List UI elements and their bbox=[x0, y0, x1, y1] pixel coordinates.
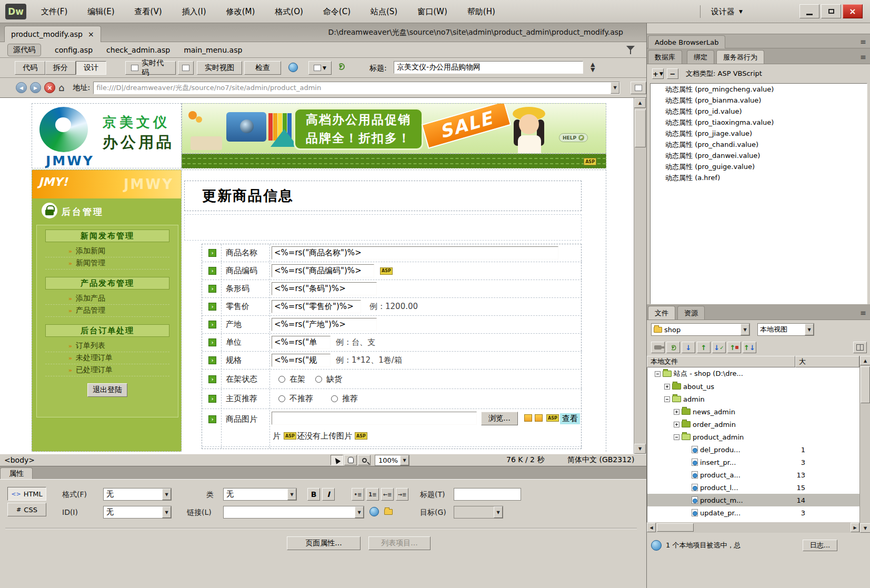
split-view-button[interactable]: 拆分 bbox=[45, 61, 76, 75]
menu-insert[interactable]: 插入(I) bbox=[179, 5, 209, 18]
expand-panel-icon[interactable] bbox=[853, 342, 867, 353]
id-select[interactable]: 无▼ bbox=[103, 506, 172, 519]
add-behavior-button[interactable]: +▼ bbox=[652, 68, 664, 79]
tree-site-root[interactable]: 站点 - shop (D:\dre... bbox=[647, 367, 859, 380]
point-to-file-icon[interactable] bbox=[369, 507, 379, 516]
expand-icon[interactable] bbox=[674, 422, 679, 427]
sidebar-link-add-news[interactable]: »添加新闻 bbox=[45, 245, 169, 257]
check-in-icon[interactable]: ↑ bbox=[727, 342, 741, 353]
tree-folder-about-us[interactable]: about_us bbox=[647, 380, 859, 393]
collapse-icon[interactable] bbox=[664, 396, 670, 402]
related-check-admin[interactable]: check_admin.asp bbox=[106, 46, 170, 54]
back-button[interactable]: ◀ bbox=[16, 82, 27, 93]
view-select[interactable]: 本地视图 ▼ bbox=[757, 323, 814, 336]
stop-button[interactable]: × bbox=[44, 82, 55, 93]
tree-file-product-modify-selected[interactable]: product_m... 14 bbox=[647, 494, 859, 506]
asp-marker-icon[interactable]: ASP bbox=[355, 432, 367, 440]
logout-button[interactable]: 退出登陆 bbox=[87, 383, 127, 397]
close-button[interactable]: × bbox=[843, 4, 863, 18]
chevron-down-icon[interactable]: ▼ bbox=[162, 489, 171, 500]
radio-out-of-stock[interactable] bbox=[315, 376, 322, 383]
properties-tab[interactable]: 属性 bbox=[0, 467, 33, 479]
menu-file[interactable]: 文件(F) bbox=[38, 5, 71, 18]
tree-file-product-l[interactable]: product_l... 15 bbox=[647, 481, 859, 494]
class-select[interactable]: 无▼ bbox=[223, 488, 297, 501]
radio-recommend[interactable] bbox=[331, 395, 338, 402]
sidebar-link-manage-news[interactable]: »新闻管理 bbox=[45, 257, 169, 270]
hand-tool-button[interactable] bbox=[344, 455, 357, 465]
column-local-files[interactable]: 本地文件 bbox=[647, 356, 795, 367]
image-badge-icon[interactable] bbox=[524, 414, 532, 422]
link-input[interactable]: ▼ bbox=[223, 506, 364, 519]
view-image-link[interactable]: 查看 bbox=[560, 413, 580, 424]
tree-file-del-product[interactable]: del_produ... 1 bbox=[647, 443, 859, 456]
preview-browser-icon[interactable] bbox=[288, 63, 298, 72]
refresh-icon[interactable] bbox=[338, 63, 345, 70]
live-view-button[interactable]: 实时视图 bbox=[197, 61, 242, 75]
browserlab-panel-header[interactable]: Adobe BrowserLab ≡ bbox=[647, 34, 870, 48]
expand-icon[interactable] bbox=[664, 384, 670, 390]
files-vertical-scrollbar[interactable]: ▲ ▼ bbox=[859, 356, 870, 533]
tab-files[interactable]: 文件 bbox=[648, 306, 675, 320]
menu-help[interactable]: 帮助(H) bbox=[464, 5, 498, 18]
tab-close-icon[interactable]: × bbox=[88, 30, 94, 38]
workspace-switcher[interactable]: 设计器 ▼ bbox=[706, 4, 748, 19]
unordered-list-button[interactable]: •≡ bbox=[352, 488, 364, 501]
refresh-icon[interactable] bbox=[666, 342, 680, 353]
home-icon[interactable]: ⌂ bbox=[58, 82, 64, 93]
put-files-icon[interactable]: ↑ bbox=[697, 342, 711, 353]
tab-databases[interactable]: 数据库 bbox=[648, 50, 682, 64]
menu-view[interactable]: 查看(V) bbox=[132, 5, 165, 18]
scroll-down-icon[interactable]: ▼ bbox=[860, 523, 870, 533]
title-attr-input[interactable] bbox=[454, 488, 521, 501]
css-mode-button[interactable]: #CSS bbox=[7, 503, 46, 516]
tree-folder-admin[interactable]: admin bbox=[647, 393, 859, 405]
collapse-icon[interactable] bbox=[655, 371, 661, 377]
inspect-button[interactable]: 检查 bbox=[244, 61, 281, 75]
check-out-icon[interactable]: ↓✓ bbox=[712, 342, 726, 353]
barcode-input[interactable]: <%=rs("条码")%> bbox=[272, 282, 377, 295]
behavior-item[interactable]: 动态属性 (pro_chandi.value) bbox=[651, 139, 867, 150]
restore-button[interactable] bbox=[821, 4, 841, 18]
chevron-down-icon[interactable]: ▼ bbox=[355, 506, 364, 518]
tree-folder-news-admin[interactable]: news_admin bbox=[647, 405, 859, 418]
doc-title-input[interactable] bbox=[394, 61, 583, 74]
check-browser-button[interactable] bbox=[178, 61, 194, 75]
chevron-down-icon[interactable]: ▼ bbox=[400, 455, 409, 465]
behavior-item[interactable]: 动态属性 (pro_danwei.value) bbox=[651, 150, 867, 161]
connect-icon[interactable] bbox=[651, 342, 665, 353]
forward-button[interactable]: ▶ bbox=[30, 82, 41, 93]
related-source-code[interactable]: 源代码 bbox=[7, 44, 41, 56]
column-size[interactable]: 大 bbox=[795, 356, 859, 367]
price-input[interactable]: <%=rs("零售价")%> bbox=[272, 300, 361, 313]
file-management-icon[interactable]: ▲▼ bbox=[591, 62, 595, 73]
sidebar-link-order-list[interactable]: »订单列表 bbox=[45, 340, 169, 352]
design-scrollbar[interactable]: ▲ ▼ bbox=[634, 98, 646, 454]
indent-button[interactable]: →≡ bbox=[396, 488, 408, 501]
image-path-input[interactable] bbox=[272, 412, 477, 425]
tree-file-update-product[interactable]: update_pr... 3 bbox=[647, 506, 859, 519]
menu-site[interactable]: 站点(S) bbox=[367, 5, 401, 18]
address-input[interactable]: file:///D|/dreamweaver/光盘/source/no7/sit… bbox=[93, 82, 620, 94]
menu-format[interactable]: 格式(O) bbox=[272, 5, 306, 18]
unit-input[interactable]: <%=rs("单 bbox=[272, 336, 331, 349]
files-horizontal-scrollbar[interactable]: ◀ ▶ bbox=[647, 522, 859, 533]
chevron-down-icon[interactable]: ▼ bbox=[741, 324, 749, 335]
product-name-input[interactable]: <%=rs("商品名称")%> bbox=[272, 246, 558, 260]
expand-icon[interactable] bbox=[674, 409, 679, 415]
asp-marker-icon[interactable]: ASP bbox=[284, 432, 296, 440]
tab-server-behaviors[interactable]: 服务器行为 bbox=[716, 50, 764, 64]
behavior-item[interactable]: 动态属性 (pro_jiage.value) bbox=[651, 128, 867, 139]
zoom-level-select[interactable]: 100% ▼ bbox=[375, 455, 409, 466]
tree-file-product-a[interactable]: product_a... 13 bbox=[647, 469, 859, 481]
asp-marker-icon[interactable]: ASP bbox=[584, 158, 596, 165]
scroll-up-icon[interactable]: ▲ bbox=[860, 356, 870, 365]
product-code-input[interactable]: <%=rs("商品编码")%> bbox=[272, 264, 374, 277]
document-tab[interactable]: product_modify.asp × bbox=[4, 26, 101, 42]
browse-button[interactable]: 浏览... bbox=[481, 412, 518, 425]
tree-folder-order-admin[interactable]: order_admin bbox=[647, 418, 859, 431]
behavior-item[interactable]: 动态属性 (pro_tiaoxingma.value) bbox=[651, 117, 867, 128]
site-select[interactable]: shop ▼ bbox=[651, 323, 750, 336]
scroll-thumb[interactable] bbox=[861, 366, 870, 403]
tree-folder-product-admin[interactable]: product_admin bbox=[647, 431, 859, 443]
